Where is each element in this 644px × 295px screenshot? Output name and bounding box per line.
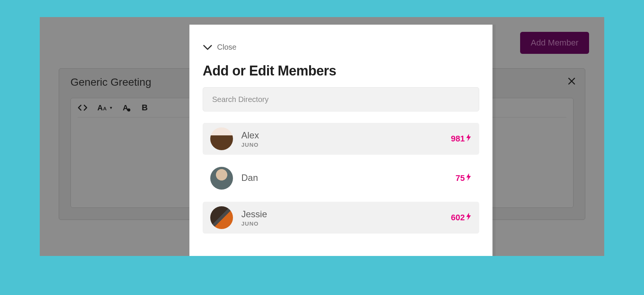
svg-text:A: A — [123, 104, 128, 112]
member-text: Alex JUNO — [241, 130, 451, 148]
member-name: Dan — [241, 173, 456, 183]
search-directory-input[interactable] — [203, 87, 479, 111]
bolt-icon — [466, 134, 472, 144]
score-value: 75 — [456, 173, 465, 183]
font-size-icon: A A — [97, 104, 109, 112]
font-size-button[interactable]: A A ▾ — [97, 104, 112, 112]
chevron-down-icon: ▾ — [110, 105, 112, 110]
frame: Add Member Generic Greeting — [0, 0, 644, 295]
modal-title: Add or Edit Members — [203, 63, 479, 79]
close-panel-button[interactable] — [567, 76, 577, 88]
add-member-button[interactable]: Add Member — [520, 32, 589, 54]
chevron-down-icon — [203, 44, 213, 51]
member-list: Alex JUNO 981 Dan — [203, 123, 479, 234]
member-score: 981 — [451, 134, 472, 144]
close-icon — [567, 76, 577, 86]
member-row[interactable]: Jessie JUNO 602 — [203, 202, 479, 234]
bolt-icon — [466, 173, 472, 183]
member-name: Jessie — [241, 209, 451, 220]
member-org: JUNO — [241, 220, 451, 227]
bolt-icon — [466, 213, 472, 223]
member-row[interactable]: Dan 75 — [203, 162, 479, 194]
close-modal-button[interactable]: Close — [203, 25, 479, 63]
member-score: 602 — [451, 213, 472, 223]
member-score: 75 — [456, 173, 472, 183]
member-name: Alex — [241, 130, 451, 141]
avatar — [210, 167, 233, 190]
svg-text:A: A — [97, 104, 103, 112]
bold-button[interactable]: B — [141, 104, 149, 112]
svg-text:A: A — [103, 106, 107, 111]
svg-text:B: B — [142, 104, 148, 112]
font-color-icon: A — [122, 104, 131, 112]
member-row[interactable]: Alex JUNO 981 — [203, 123, 479, 155]
code-view-button[interactable] — [78, 104, 88, 112]
avatar — [210, 127, 233, 150]
font-color-button[interactable]: A — [122, 104, 131, 112]
bold-icon: B — [141, 104, 149, 112]
app-window: Add Member Generic Greeting — [40, 17, 604, 256]
add-edit-members-modal: Close Add or Edit Members Alex JUNO 981 — [189, 25, 492, 256]
score-value: 981 — [451, 134, 465, 144]
member-text: Jessie JUNO — [241, 209, 451, 227]
member-text: Dan — [241, 173, 456, 184]
avatar — [210, 206, 233, 229]
svg-point-5 — [127, 108, 130, 111]
member-org: JUNO — [241, 141, 451, 148]
close-modal-label: Close — [217, 43, 236, 52]
code-icon — [78, 104, 88, 112]
score-value: 602 — [451, 213, 465, 223]
